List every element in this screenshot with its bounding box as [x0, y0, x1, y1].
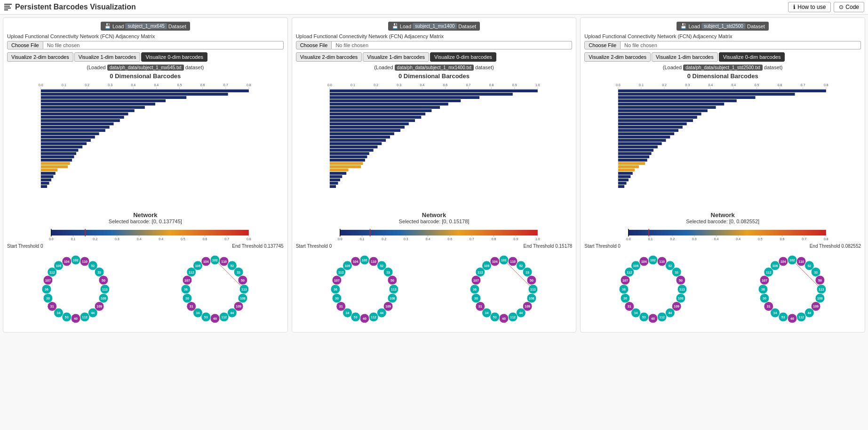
svg-rect-360 — [618, 126, 683, 129]
svg-rect-205 — [330, 149, 374, 152]
svg-text:0.7: 0.7 — [470, 237, 474, 240]
svg-rect-47 — [41, 162, 70, 165]
svg-text:0.4: 0.4 — [732, 83, 736, 87]
svg-text:106: 106 — [633, 264, 639, 268]
svg-rect-215 — [330, 182, 338, 185]
tab-1dim-3[interactable]: Visualize 1-dim barcodes — [652, 52, 718, 62]
panel-3: 💾 Load subject_1_std2500 Dataset Upload … — [580, 17, 865, 333]
file-row-2: Choose File No file chosen — [296, 41, 573, 49]
svg-text:0.9: 0.9 — [512, 83, 517, 87]
svg-text:0.2: 0.2 — [93, 237, 97, 240]
tab-1dim-2[interactable]: Visualize 1-dim barcodes — [363, 52, 429, 62]
tab-2dim-2[interactable]: Visualize 2-dim barcodes — [296, 52, 362, 62]
barcode-chart-2: 0.00.10.20.30.40.60.70.80.91.0 — [296, 81, 573, 208]
svg-rect-374 — [618, 172, 633, 175]
svg-text:53: 53 — [65, 316, 69, 319]
svg-text:104: 104 — [353, 260, 358, 263]
svg-text:106: 106 — [484, 264, 489, 268]
svg-text:0.8: 0.8 — [489, 83, 494, 87]
svg-text:0.1: 0.1 — [71, 237, 76, 240]
svg-text:52: 52 — [808, 264, 812, 268]
svg-text:113: 113 — [679, 288, 685, 291]
svg-rect-372 — [618, 165, 639, 168]
svg-text:110: 110 — [798, 260, 804, 263]
svg-text:107: 107 — [45, 279, 51, 282]
choose-file-button-3[interactable]: Choose File — [584, 41, 621, 49]
svg-text:52: 52 — [230, 264, 234, 268]
svg-rect-40 — [41, 139, 91, 142]
tab-0dim-1[interactable]: Visualize 0-dim barcodes — [141, 52, 207, 62]
load-button-1[interactable]: 💾 Load subject_1_mx645 Dataset — [101, 22, 190, 31]
github-icon: ⊙ — [839, 4, 844, 10]
svg-text:36: 36 — [622, 288, 626, 291]
svg-rect-355 — [618, 109, 708, 112]
network-graph-start-1: 1021105233501131081094411240533431303610… — [7, 252, 144, 328]
disk-icon-2: 💾 — [392, 23, 398, 29]
how-to-use-button[interactable]: ℹ How to use — [788, 2, 831, 12]
loaded-badge-1: data/ph_data/subject_1_mx645.txt — [107, 65, 184, 71]
svg-text:109: 109 — [385, 305, 391, 308]
svg-text:0.2: 0.2 — [85, 83, 89, 87]
svg-text:40: 40 — [651, 317, 655, 320]
svg-text:0.8: 0.8 — [247, 83, 251, 87]
load-button-2[interactable]: 💾 Load subject_1_mx1400 Dataset — [388, 22, 480, 31]
svg-rect-208 — [330, 159, 365, 162]
svg-rect-42 — [41, 146, 82, 148]
svg-text:0.6: 0.6 — [778, 83, 782, 87]
svg-rect-354 — [618, 106, 716, 109]
load-button-3[interactable]: 💾 Load subject_1_std2500 Dataset — [677, 22, 768, 31]
dataset-badge-3: subject_1_std2500 — [701, 23, 746, 29]
tab-2dim-3[interactable]: Visualize 2-dim barcodes — [584, 52, 651, 62]
file-name-1: No file chosen — [43, 41, 284, 49]
choose-file-button-2[interactable]: Choose File — [296, 41, 332, 49]
svg-text:0.6: 0.6 — [443, 83, 447, 87]
svg-text:102: 102 — [650, 259, 656, 262]
network-title-2: Network — [296, 211, 573, 219]
tab-0dim-2[interactable]: Visualize 0-dim barcodes — [430, 52, 496, 62]
svg-rect-1 — [4, 6, 10, 7]
dataset-badge-1: subject_1_mx645 — [125, 23, 167, 29]
svg-text:0.6: 0.6 — [447, 237, 452, 240]
svg-text:112: 112 — [798, 316, 804, 319]
svg-text:0.7: 0.7 — [466, 83, 470, 87]
svg-rect-25 — [41, 89, 249, 92]
svg-text:0.0: 0.0 — [338, 237, 342, 240]
svg-text:31: 31 — [339, 305, 343, 308]
tab-0dim-3[interactable]: Visualize 0-dim barcodes — [719, 52, 785, 62]
svg-rect-52 — [41, 178, 51, 181]
svg-text:44: 44 — [230, 311, 234, 315]
code-button[interactable]: ⊙ Code — [834, 2, 864, 12]
svg-text:0.5: 0.5 — [755, 83, 759, 87]
svg-text:30: 30 — [474, 297, 478, 300]
chart-title-2: 0 Dimensional Barcodes — [296, 73, 573, 80]
svg-text:0.4: 0.4 — [714, 237, 719, 240]
svg-rect-351 — [618, 96, 756, 99]
svg-rect-28 — [41, 99, 166, 102]
svg-rect-378 — [618, 185, 624, 188]
svg-text:112: 112 — [189, 271, 194, 274]
file-row-1: Choose File No file chosen — [7, 41, 284, 49]
svg-text:109: 109 — [813, 305, 819, 308]
svg-text:33: 33 — [386, 271, 390, 274]
svg-text:1.0: 1.0 — [535, 237, 540, 240]
tab-row-3: Visualize 2-dim barcodes Visualize 1-dim… — [584, 52, 861, 62]
svg-rect-195 — [330, 116, 421, 119]
svg-text:30: 30 — [335, 297, 339, 300]
tab-1dim-1[interactable]: Visualize 1-dim barcodes — [74, 52, 141, 62]
choose-file-button-1[interactable]: Choose File — [7, 41, 43, 49]
tab-2dim-1[interactable]: Visualize 2-dim barcodes — [7, 52, 73, 62]
app-title: Persistent Barcodes Visualization — [4, 3, 136, 11]
svg-text:108: 108 — [817, 297, 823, 300]
svg-text:44: 44 — [91, 311, 95, 315]
svg-text:110: 110 — [82, 260, 88, 263]
svg-text:104: 104 — [780, 260, 786, 263]
svg-rect-209 — [330, 162, 363, 165]
network-graphs-1: 1021105233501131081094411240533431303610… — [7, 252, 284, 328]
svg-rect-44 — [41, 152, 76, 155]
loaded-badge-2: data/ph_data/subject_1_mx1400.txt — [395, 65, 474, 71]
svg-text:110: 110 — [221, 260, 227, 263]
network-end-svg-1: 1021105233501131081094411240533431303610… — [146, 252, 284, 327]
svg-text:0.3: 0.3 — [685, 83, 690, 87]
svg-text:0.8: 0.8 — [824, 237, 828, 240]
svg-text:33: 33 — [814, 271, 818, 274]
